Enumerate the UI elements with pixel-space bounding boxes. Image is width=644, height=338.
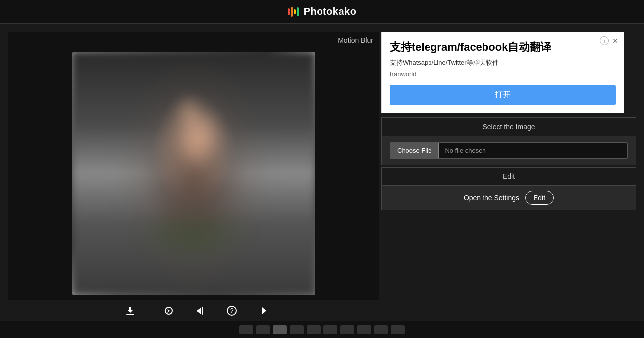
page-dot-4[interactable] — [290, 325, 304, 334]
no-file-text: No file chosen — [439, 143, 491, 158]
logo-bar-3 — [294, 9, 296, 14]
page-dot-10[interactable] — [391, 325, 405, 334]
ad-open-button[interactable]: 打开 — [390, 85, 616, 105]
logo-bar-2 — [291, 7, 293, 17]
pagination-bar — [0, 321, 644, 338]
page-dot-9[interactable] — [374, 325, 388, 334]
edit-section: Edit Open the Settings Edit — [381, 167, 636, 210]
choose-file-button[interactable]: Choose File — [390, 143, 439, 158]
ad-info-button[interactable]: i — [600, 36, 609, 45]
image-area — [8, 32, 379, 300]
logo-bar-1 — [288, 8, 290, 15]
edit-section-header: Edit — [382, 168, 636, 186]
page-dot-7[interactable] — [340, 325, 354, 334]
left-panel: Motion Blur Download — [8, 32, 379, 333]
download-icon — [124, 305, 136, 319]
ad-subtitle: 支持Whatsapp/Line/Twitter等聊天软件 — [390, 58, 616, 67]
page-dot-6[interactable] — [323, 325, 337, 334]
select-section-header: Select the Image — [382, 118, 636, 136]
random-icon: ? — [226, 305, 238, 319]
ad-box: i ✕ 支持telegram/facebook自动翻译 支持Whatsapp/L… — [381, 32, 624, 113]
ad-controls: i ✕ — [600, 36, 620, 45]
select-section-body: Choose File No file chosen — [382, 136, 636, 165]
app-logo — [288, 7, 299, 17]
original-icon — [163, 305, 175, 319]
open-settings-button[interactable]: Open the Settings — [464, 194, 519, 202]
right-panel: i ✕ 支持telegram/facebook自动翻译 支持Whatsapp/L… — [379, 32, 636, 210]
app-title: Photokako — [304, 6, 357, 17]
ad-title: 支持telegram/facebook自动翻译 — [390, 40, 616, 55]
ad-close-button[interactable]: ✕ — [611, 36, 620, 45]
edit-button[interactable]: Edit — [525, 191, 554, 205]
app-header: Photokako — [0, 0, 644, 24]
logo-bar-4 — [297, 7, 299, 16]
svg-rect-0 — [126, 314, 134, 315]
edit-section-body: Open the Settings Edit — [382, 186, 636, 210]
panel-title: Motion Blur — [338, 36, 373, 44]
main-container: Motion Blur Download — [0, 24, 644, 338]
file-input-wrapper: Choose File No file chosen — [390, 142, 628, 159]
page-dot-5[interactable] — [307, 325, 321, 334]
last-icon — [194, 305, 206, 319]
page-dot-3[interactable] — [273, 325, 287, 334]
page-dot-2[interactable] — [256, 325, 270, 334]
next-icon — [258, 305, 270, 319]
preview-image — [72, 52, 315, 295]
page-dot-8[interactable] — [357, 325, 371, 334]
ad-brand: tranworld — [390, 70, 616, 78]
select-image-section: Select the Image Choose File No file cho… — [381, 117, 636, 165]
svg-text:?: ? — [230, 307, 234, 314]
page-dot-1[interactable] — [239, 325, 253, 334]
